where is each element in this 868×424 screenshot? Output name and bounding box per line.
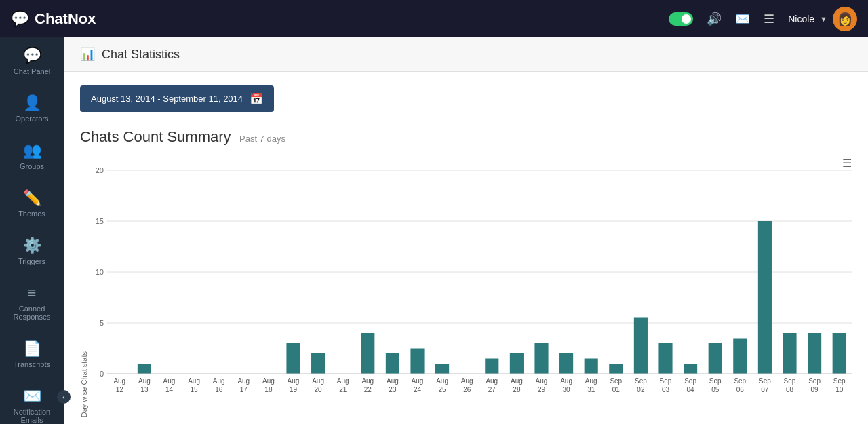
svg-text:30: 30 [563, 386, 571, 393]
app-logo: 💬 ChatNox [11, 10, 96, 28]
sidebar-label-groups: Groups [20, 162, 44, 170]
sidebar-item-groups[interactable]: 👥 Groups [0, 132, 64, 180]
svg-text:06: 06 [736, 386, 745, 393]
svg-rect-80 [758, 221, 772, 374]
svg-text:Aug: Aug [288, 377, 300, 385]
svg-text:Aug: Aug [461, 377, 473, 385]
svg-text:25: 25 [439, 386, 447, 393]
svg-text:08: 08 [786, 386, 794, 393]
svg-text:13: 13 [140, 386, 149, 393]
mail-icon[interactable]: ✉️ [735, 12, 750, 26]
svg-rect-50 [510, 353, 524, 374]
svg-text:5: 5 [100, 319, 104, 327]
svg-text:04: 04 [687, 386, 695, 393]
svg-rect-42 [435, 364, 449, 374]
sidebar-label-notification-emails: Notification Emails [5, 408, 58, 424]
svg-text:10: 10 [96, 268, 104, 276]
svg-text:Aug: Aug [138, 377, 151, 385]
themes-icon: ✏️ [23, 189, 41, 207]
volume-icon[interactable]: 🔊 [707, 12, 722, 26]
svg-rect-53 [534, 343, 548, 374]
status-toggle[interactable] [669, 12, 693, 26]
svg-text:Aug: Aug [262, 377, 275, 385]
chart-area: Day wise Chat stats 05101520Aug12Aug13Au… [80, 157, 852, 417]
topnav-right: 🔊 ✉️ ☰ Nicole ▼ 👩 [669, 7, 857, 31]
svg-rect-83 [783, 333, 796, 374]
svg-text:Sep: Sep [610, 377, 622, 385]
svg-text:29: 29 [538, 386, 546, 393]
svg-text:27: 27 [488, 386, 496, 393]
svg-rect-36 [386, 353, 399, 374]
transcripts-icon: 📄 [23, 340, 41, 358]
svg-text:01: 01 [612, 386, 620, 393]
svg-text:Aug: Aug [511, 377, 523, 385]
svg-text:Sep: Sep [784, 377, 796, 385]
svg-rect-39 [410, 349, 424, 374]
sidebar-item-chat-panel[interactable]: 💬 Chat Panel [0, 37, 64, 85]
svg-text:Sep: Sep [759, 377, 771, 385]
groups-icon: 👥 [23, 142, 41, 159]
sidebar-collapse-button[interactable]: ‹ [57, 390, 71, 404]
chart-subtitle: Past 7 days [239, 134, 285, 144]
topnav: 💬 ChatNox 🔊 ✉️ ☰ Nicole ▼ 👩 [0, 0, 868, 37]
svg-text:20: 20 [315, 386, 323, 393]
triggers-icon: ⚙️ [23, 237, 41, 254]
svg-rect-89 [833, 333, 846, 374]
svg-rect-28 [311, 353, 325, 374]
chart-heading: Chats Count Summary Past 7 days [80, 128, 852, 146]
sidebar-label-transcripts: Transcripts [14, 360, 50, 368]
svg-text:Aug: Aug [560, 377, 572, 385]
username: Nicole [788, 14, 814, 24]
svg-text:22: 22 [364, 386, 372, 393]
svg-text:Aug: Aug [312, 377, 324, 385]
sidebar-item-triggers[interactable]: ⚙️ Triggers [0, 227, 64, 275]
svg-text:12: 12 [116, 386, 124, 393]
svg-text:18: 18 [264, 386, 273, 393]
svg-rect-33 [361, 333, 374, 374]
svg-rect-12 [138, 364, 151, 374]
svg-rect-25 [286, 343, 300, 374]
svg-text:Sep: Sep [709, 377, 722, 385]
main-content: 📊 Chat Statistics August 13, 2014 - Sept… [64, 37, 868, 424]
date-range-picker[interactable]: August 13, 2014 - September 11, 2014 📅 [80, 85, 274, 112]
sidebar-item-notification-emails[interactable]: ✉️ Notification Emails [0, 378, 64, 424]
user-menu[interactable]: Nicole ▼ 👩 [788, 7, 857, 31]
chat-panel-icon: 💬 [23, 47, 41, 64]
bar-chart-svg: 05101520Aug12Aug13Aug14Aug15Aug16Aug17Au… [94, 157, 852, 415]
sidebar-label-themes: Themes [18, 210, 45, 218]
canned-responses-icon: ≡ [28, 284, 37, 302]
svg-text:20: 20 [96, 166, 104, 174]
page-header-icon: 📊 [80, 47, 95, 62]
chart-title: Chats Count Summary [80, 128, 231, 145]
content-area: August 13, 2014 - September 11, 2014 📅 C… [64, 72, 868, 424]
date-range-text: August 13, 2014 - September 11, 2014 [91, 94, 243, 104]
sidebar: 💬 Chat Panel 👤 Operators 👥 Groups ✏️ The… [0, 0, 64, 424]
svg-text:Aug: Aug [486, 377, 498, 385]
svg-text:26: 26 [463, 386, 471, 393]
svg-text:03: 03 [662, 386, 670, 393]
svg-text:Aug: Aug [188, 377, 200, 385]
svg-rect-68 [658, 343, 672, 374]
svg-text:Aug: Aug [361, 377, 374, 385]
y-axis-label: Day wise Chat stats [80, 351, 88, 417]
svg-text:Aug: Aug [536, 377, 548, 385]
sidebar-label-chat-panel: Chat Panel [14, 67, 50, 75]
sidebar-item-themes[interactable]: ✏️ Themes [0, 180, 64, 227]
sidebar-label-canned-responses: Canned Responses [5, 305, 58, 321]
sidebar-item-operators[interactable]: 👤 Operators [0, 85, 64, 132]
svg-text:Aug: Aug [337, 377, 349, 385]
svg-text:05: 05 [711, 386, 719, 393]
menu-icon[interactable]: ☰ [764, 12, 774, 26]
svg-text:Sep: Sep [660, 377, 672, 385]
svg-text:Aug: Aug [113, 377, 125, 385]
svg-text:21: 21 [339, 386, 347, 393]
svg-text:09: 09 [811, 386, 819, 393]
svg-text:15: 15 [96, 217, 104, 225]
svg-text:Aug: Aug [237, 377, 250, 385]
svg-text:Aug: Aug [436, 377, 448, 385]
logo-icon: 💬 [11, 10, 29, 28]
sidebar-item-canned-responses[interactable]: ≡ Canned Responses [0, 275, 64, 330]
svg-rect-74 [709, 343, 722, 374]
sidebar-item-transcripts[interactable]: 📄 Transcripts [0, 330, 64, 378]
chart-inner: 05101520Aug12Aug13Aug14Aug15Aug16Aug17Au… [94, 157, 852, 417]
